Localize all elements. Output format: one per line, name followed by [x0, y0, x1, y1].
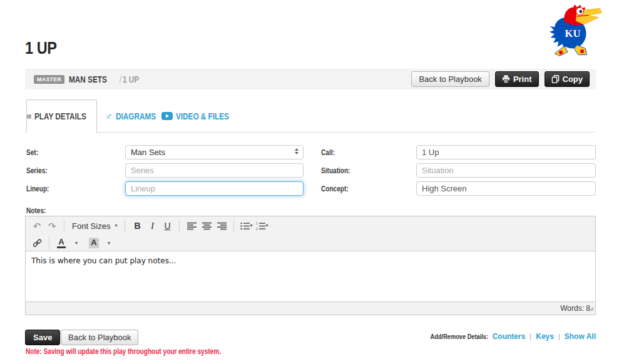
undo-button[interactable]: ↶ [29, 219, 44, 233]
toolbar-separator [49, 237, 49, 250]
call-label: Call: [321, 148, 337, 157]
link-separator: | [558, 333, 560, 340]
concept-label: Concept: [321, 185, 354, 193]
redo-icon: ↷ [48, 221, 56, 231]
chevron-down-icon: ▾ [250, 223, 252, 228]
align-left-button[interactable] [184, 219, 199, 233]
breadcrumb-actions: Back to Playbook Print Copy [411, 71, 590, 87]
bullet-list-icon [240, 222, 250, 230]
copy-label: Copy [563, 74, 583, 84]
breadcrumb-parent: MAN SETS [69, 74, 114, 84]
tab-play-details[interactable]: PLAY DETAILS [26, 99, 97, 133]
svg-text:2: 2 [256, 226, 258, 230]
undo-icon: ↶ [33, 221, 41, 231]
situation-label: Situation: [321, 166, 356, 175]
align-right-button[interactable] [214, 219, 229, 233]
background-color-button[interactable]: A [86, 236, 101, 250]
play-details-icon [27, 113, 31, 121]
chevron-down-icon: ▾ [265, 223, 268, 228]
breadcrumb-current: 1 UP [123, 74, 142, 84]
show-all-link[interactable]: Show All [565, 332, 596, 341]
italic-button[interactable]: I [145, 219, 160, 233]
font-sizes-label: Font Sizes [72, 221, 110, 231]
tab-video-files-label: VIDEO & FILES [176, 111, 239, 121]
toolbar-separator [233, 220, 234, 232]
breadcrumb-bar: MASTER MAN SETS / 1 UP Back to Playbook … [25, 69, 596, 89]
tab-diagrams-label: DIAGRAMS [116, 111, 163, 121]
breadcrumb-separator: / [120, 74, 122, 84]
call-input[interactable] [416, 145, 596, 159]
chevron-down-icon: ▾ [115, 223, 117, 228]
ku-jayhawk-logo: KU [547, 4, 605, 59]
tab-diagrams[interactable]: ♂ DIAGRAMS [105, 99, 163, 133]
resize-grip-icon[interactable] [589, 305, 594, 313]
toolbar-separator [179, 220, 180, 232]
counters-link[interactable]: Counters [493, 332, 526, 341]
save-button[interactable]: Save [25, 330, 60, 345]
editor-toolbar-row-2: A ▾ A ▾ [26, 235, 595, 251]
add-remove-label: Add/Remove Details: [419, 333, 488, 340]
align-center-button[interactable] [199, 219, 214, 233]
set-select[interactable]: Man Sets [125, 145, 304, 159]
lineup-label: Lineup: [26, 185, 53, 193]
text-color-caret[interactable]: ▾ [69, 236, 84, 250]
concept-input[interactable] [416, 181, 596, 196]
font-sizes-dropdown[interactable]: Font Sizes ▾ [69, 221, 120, 231]
toolbar-separator [64, 220, 64, 232]
save-warning-note: Note: Saving will update this play throu… [26, 347, 258, 356]
tab-play-details-label: PLAY DETAILS [34, 111, 96, 121]
underline-button[interactable]: U [160, 219, 175, 233]
print-button[interactable]: Print [495, 71, 539, 87]
background-color-icon: A [89, 238, 98, 248]
notes-editor: ↶ ↷ Font Sizes ▾ B I U [25, 216, 596, 315]
series-input[interactable] [125, 163, 304, 178]
editor-status-bar: Words: 8 [26, 301, 595, 315]
notes-text: This is where you can put play notes... [31, 256, 176, 265]
tab-video-files[interactable]: VIDEO & FILES [161, 99, 239, 133]
jayhawk-icon: KU [547, 4, 605, 59]
toolbar-separator [125, 220, 125, 232]
set-label: Set: [26, 148, 41, 157]
chevron-down-icon: ▾ [75, 241, 78, 246]
bold-icon: B [134, 221, 140, 231]
align-left-icon [187, 222, 197, 230]
keys-link[interactable]: Keys [536, 332, 554, 341]
numbered-list-icon: 12 [256, 222, 265, 230]
chevron-down-icon: ▾ [108, 241, 110, 246]
master-badge: MASTER [34, 75, 64, 84]
add-remove-details: Add/Remove Details: Counters | Keys | Sh… [419, 332, 596, 341]
underline-icon: U [164, 221, 170, 231]
bullet-list-button[interactable]: ▾ [238, 219, 254, 233]
situation-input[interactable] [416, 163, 596, 178]
text-color-icon: A [57, 238, 65, 248]
italic-icon: I [151, 221, 154, 231]
numbered-list-button[interactable]: 12 ▾ [254, 219, 270, 233]
printer-icon [502, 75, 510, 83]
insert-link-button[interactable] [29, 236, 44, 250]
diagram-male-symbol-icon: ♂ [105, 111, 113, 121]
bold-button[interactable]: B [130, 219, 145, 233]
link-separator: | [529, 333, 531, 340]
align-right-icon [217, 222, 227, 230]
text-color-button[interactable]: A [54, 236, 69, 250]
editor-toolbar-row-1: ↶ ↷ Font Sizes ▾ B I U [26, 216, 595, 235]
notes-content-area[interactable]: This is where you can put play notes... [26, 251, 595, 301]
link-icon [33, 238, 42, 248]
redo-button[interactable]: ↷ [44, 219, 59, 233]
series-label: Series: [26, 166, 51, 175]
align-center-icon [202, 222, 212, 230]
svg-text:1: 1 [256, 222, 258, 225]
ku-monogram: KU [565, 28, 581, 39]
video-play-icon [161, 112, 173, 120]
footer-back-to-playbook-button[interactable]: Back to Playbook [61, 330, 138, 345]
print-label: Print [513, 74, 532, 84]
copy-button[interactable]: Copy [545, 71, 590, 87]
page-title: 1 UP [25, 38, 63, 58]
background-color-caret[interactable]: ▾ [101, 236, 116, 250]
lineup-input[interactable] [125, 181, 304, 196]
word-count: Words: 8 [560, 304, 590, 313]
notes-label: Notes: [26, 206, 49, 215]
set-select-wrap: Man Sets [125, 145, 304, 159]
copy-icon [551, 75, 560, 83]
back-to-playbook-button[interactable]: Back to Playbook [411, 71, 489, 87]
